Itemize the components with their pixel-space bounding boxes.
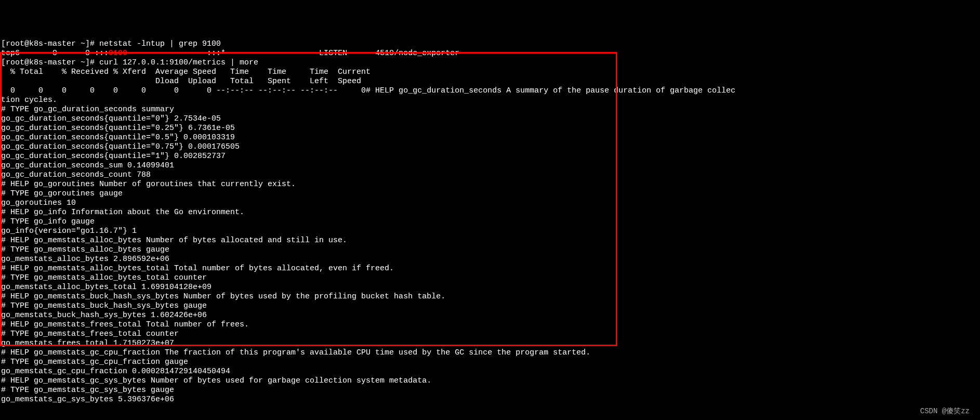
metrics-block: tion cycles. # TYPE go_gc_duration_secon… <box>1 96 979 404</box>
command-text: netstat -lntup | grep 9100 <box>99 40 221 48</box>
netstat-output-post: :::* LISTEN 4519/node_exporter <box>127 49 459 58</box>
shell-prompt: [root@k8s-master ~]# <box>1 58 95 67</box>
curl-progress-row: 0 0 0 0 0 0 0 0 --:--:-- --:--:-- --:--:… <box>1 86 735 95</box>
terminal-output[interactable]: [root@k8s-master ~]# netstat -lntup | gr… <box>0 37 980 406</box>
shell-prompt: [root@k8s-master ~]# <box>1 40 95 48</box>
curl-header-row: Dload Upload Total Spent Left Speed <box>1 77 361 86</box>
netstat-output-pre: tcp6 0 0 ::: <box>1 49 109 58</box>
command-text: curl 127.0.0.1:9100/metrics | more <box>99 58 258 67</box>
port-highlight: 9100 <box>109 49 127 58</box>
curl-header-row: % Total % Received % Xferd Average Speed… <box>1 68 370 76</box>
watermark-text: CSDN @傻笑zz <box>920 407 970 416</box>
